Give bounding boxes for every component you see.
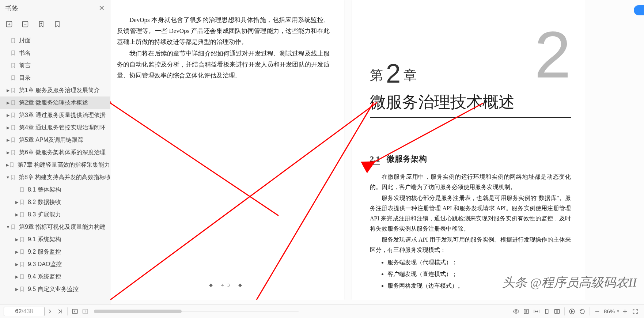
bookmark-label: 第9章 指标可视化及度量能力构建: [19, 223, 106, 231]
bookmark-item[interactable]: ▼第9章 指标可视化及度量能力构建: [0, 221, 110, 233]
bookmark-label: 第2章 微服务治理技术概述: [19, 99, 88, 107]
bookmark-icon: [19, 199, 25, 205]
bookmark-label: 前言: [19, 62, 31, 69]
read-mode-icon[interactable]: [511, 306, 521, 317]
bookmark-icon: [10, 63, 16, 68]
nav-forward-icon[interactable]: [80, 306, 90, 317]
chevron-right-icon[interactable]: ▶: [6, 113, 10, 118]
close-icon[interactable]: ✕: [99, 4, 105, 12]
nav-back-icon[interactable]: [70, 306, 80, 317]
page-input[interactable]: 62/438: [4, 307, 45, 316]
chevron-right-icon[interactable]: ▶: [6, 88, 10, 93]
bookmark-label: 目录: [19, 74, 31, 82]
bookmark-label: 第5章 APM及调用链跟踪: [19, 136, 83, 144]
bookmark-label: 第8章 构建支持高并发的高效指标收…: [19, 174, 110, 181]
bookmark-item[interactable]: ▶第7章 构建轻量高效的指标采集能力: [0, 159, 110, 171]
bookmark-item[interactable]: ▶第3章 通过服务度量提供治理依据: [0, 109, 110, 121]
bookmark-item[interactable]: ▶书名: [0, 47, 110, 59]
svg-point-8: [515, 310, 517, 312]
status-bar: 62/438 86% ▼: [0, 304, 644, 318]
bookmark-item[interactable]: ▶9.5 自定义业务监控: [0, 283, 110, 295]
bookmark-item[interactable]: ▶第2章 微服务治理技术概述: [0, 96, 110, 109]
bookmark-icon: [19, 236, 25, 242]
list-item: 服务网格发现（边车模式）。: [387, 281, 571, 291]
page-right: 2 第2章 微服务治理技术概述 2.1微服务架构 在微服务应用中，服务实例的运行…: [352, 0, 586, 300]
list-item: 客户端发现（直连模式）；: [387, 269, 571, 279]
bookmark-label: 书名: [19, 49, 31, 57]
chevron-right-icon[interactable]: ▶: [15, 212, 19, 217]
bookmark-icon: [10, 112, 16, 118]
bookmark-item[interactable]: ▼第8章 构建支持高并发的高效指标收…: [0, 171, 110, 183]
autoscroll-icon[interactable]: [567, 306, 577, 317]
bookmark-item[interactable]: ▶8.3 扩展能力: [0, 208, 110, 221]
bookmark-item[interactable]: ▶前言: [0, 59, 110, 72]
chevron-down-icon[interactable]: ▼: [6, 175, 10, 179]
text-select-icon[interactable]: [521, 306, 531, 317]
bookmark-icon: [10, 50, 16, 56]
bookmark-item[interactable]: ▶第1章 服务及服务治理发展简介: [0, 84, 110, 96]
bookmark-item[interactable]: ▶9.2 服务监控: [0, 246, 110, 258]
zoom-out-icon[interactable]: [592, 306, 602, 317]
bookmark-item[interactable]: ▶9.4 系统监控: [0, 270, 110, 283]
bookmark-item[interactable]: ▶第4章 通过服务管控实现治理闭环: [0, 121, 110, 134]
bookmark-label: 8.3 扩展能力: [28, 211, 61, 219]
bookmark-add-icon[interactable]: [37, 20, 45, 28]
chevron-right-icon[interactable]: ▶: [6, 138, 10, 143]
last-page-icon[interactable]: [55, 306, 65, 317]
bookmark-icon: [10, 75, 16, 81]
svg-rect-6: [72, 309, 77, 314]
fit-width-icon[interactable]: [531, 306, 542, 317]
bookmark-icon: [10, 87, 16, 93]
zoom-level[interactable]: 86%: [604, 308, 615, 314]
paragraph: 服务发现请求 API 用于发现可用的服务实例。根据进行发现操作的主体来区分，有三…: [370, 235, 571, 255]
bookmark-item[interactable]: ▶9.1 系统架构: [0, 233, 110, 246]
chevron-down-icon[interactable]: ▼: [6, 225, 10, 229]
bookmark-label: 8.1 整体架构: [28, 186, 61, 194]
bookmark-icon: [19, 212, 25, 217]
bookmark-item[interactable]: ▶8.1 整体架构: [0, 183, 110, 196]
bookmark-icon: [10, 125, 16, 130]
chevron-right-icon[interactable]: ▶: [15, 200, 19, 205]
bookmark-label: 8.2 数据接收: [28, 198, 61, 206]
chevron-right-icon[interactable]: ▶: [15, 275, 19, 279]
expand-tree-icon[interactable]: [5, 20, 13, 28]
bookmark-item[interactable]: ▶9.3 DAO监控: [0, 258, 110, 270]
bookmark-item[interactable]: ▶第6章 微服务架构体系的深度治理: [0, 146, 110, 159]
bookmark-icon: [10, 149, 16, 155]
paragraph: DevOps 本身就包含了很多的治理思想和具体措施，包括应用系统监控、反馈管理等…: [117, 15, 330, 48]
paragraph: 在微服务应用中，服务实例的运行环境和实例的网络地址都是动态变化的。因此，客户端为…: [370, 172, 571, 192]
paragraph: 服务发现的核心部分是服务注册表，也就是可用服务实例的"数据库"。服务注册表提供一…: [370, 193, 571, 234]
fullscreen-icon[interactable]: [630, 306, 640, 317]
single-page-icon[interactable]: [542, 306, 552, 317]
chevron-right-icon[interactable]: ▶: [6, 125, 10, 130]
chevron-right-icon[interactable]: ▶: [15, 237, 19, 242]
bookmark-icon: [9, 162, 15, 168]
bookmark-item[interactable]: ▶8.2 数据接收: [0, 196, 110, 208]
chevron-right-icon[interactable]: ▶: [6, 163, 9, 167]
bookmark-item[interactable]: ▶封面: [0, 34, 110, 47]
horizontal-scrollbar[interactable]: [94, 309, 299, 314]
bookmark-icon: [10, 100, 16, 106]
bookmark-item[interactable]: ▶目录: [0, 72, 110, 84]
bookmarks-sidebar: 书签 ✕ ▶封面▶书名▶前言▶目录▶第1章 服务及服务治理发展简介▶第2章 微服…: [0, 0, 110, 304]
bookmark-icon[interactable]: [53, 20, 61, 28]
svg-rect-12: [557, 309, 560, 313]
bookmark-label: 9.2 服务监控: [28, 248, 61, 256]
chevron-right-icon[interactable]: ▶: [15, 287, 19, 292]
chevron-right-icon[interactable]: ▶: [6, 150, 10, 155]
next-page-icon[interactable]: [45, 306, 55, 317]
bookmark-label: 9.3 DAO监控: [28, 261, 62, 268]
zoom-in-icon[interactable]: [620, 306, 630, 317]
document-viewport[interactable]: DevOps 本身就包含了很多的治理思想和具体措施，包括应用系统监控、反馈管理等…: [110, 0, 644, 304]
collapse-tree-icon[interactable]: [21, 20, 29, 28]
chapter-label: 第2章: [370, 58, 417, 88]
chevron-right-icon[interactable]: ▶: [15, 250, 19, 254]
rotate-icon[interactable]: [577, 306, 587, 317]
chevron-right-icon[interactable]: ▶: [15, 262, 19, 267]
bookmark-icon: [10, 137, 16, 143]
bookmark-icon: [19, 187, 25, 193]
bookmark-item[interactable]: ▶第5章 APM及调用链跟踪: [0, 134, 110, 146]
two-page-icon[interactable]: [552, 306, 562, 317]
chevron-right-icon[interactable]: ▶: [6, 101, 10, 105]
sidebar-title: 书签: [5, 4, 18, 12]
